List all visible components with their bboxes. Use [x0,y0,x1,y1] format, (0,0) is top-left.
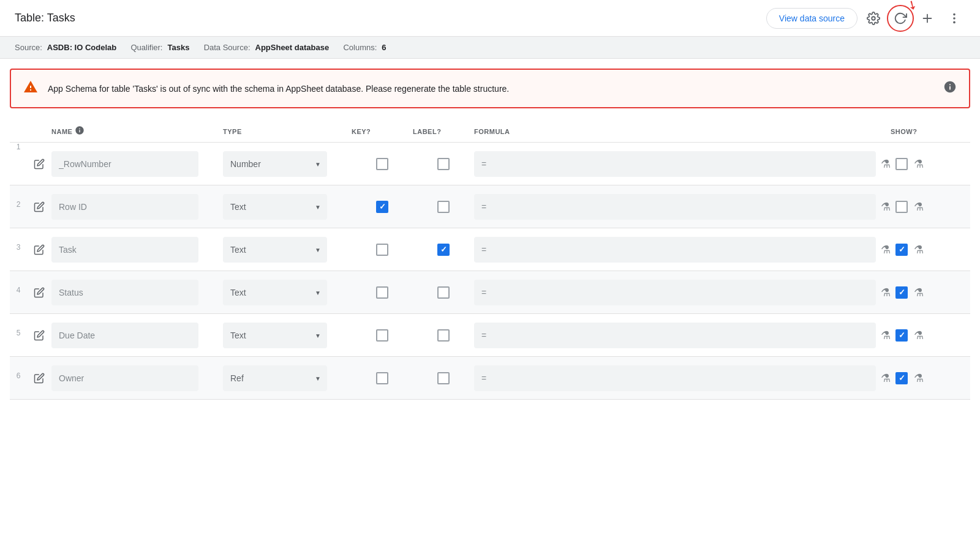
key-cb-3[interactable] [376,244,388,256]
show-cb-3[interactable] [895,244,908,256]
show-cb-4[interactable] [895,286,908,299]
key-checkbox-2[interactable] [352,201,413,213]
type-select-wrapper-2: Number Text Ref [223,194,327,220]
field-name-input-1[interactable] [51,151,198,177]
settings-icon-button[interactable] [862,7,884,29]
type-select-4[interactable]: Number Text Ref [223,280,327,305]
flask-icon-5[interactable]: ⚗ [881,329,891,342]
show-flask-icon-3[interactable]: ⚗ [914,243,924,256]
type-select-wrapper-6: Number Text Ref [223,365,327,391]
field-name-input-6[interactable] [51,365,198,391]
formula-input-2[interactable] [474,194,876,220]
type-select-5[interactable]: Number Text Ref [223,323,327,348]
show-cb-6[interactable] [895,372,908,384]
show-cb-1[interactable] [895,158,908,170]
edit-icon-1[interactable] [27,159,51,170]
type-select-2[interactable]: Number Text Ref [223,194,327,220]
label-checkbox-2[interactable] [413,201,474,213]
add-button[interactable] [916,7,938,29]
type-select-3[interactable]: Number Text Ref [223,237,327,263]
table-row: 5 Number Text Ref ⚗ ⚗ [10,314,970,357]
table-row: 6 Number Text Ref ⚗ ⚗ [10,357,970,400]
key-checkbox-6[interactable] [352,372,413,384]
key-checkbox-3[interactable] [352,244,413,256]
key-cb-1[interactable] [376,158,388,170]
data-source-label: Data Source: [204,43,251,52]
key-checkbox-1[interactable] [352,158,413,170]
row-number-1: 1 [10,143,27,151]
show-flask-icon-4[interactable]: ⚗ [914,286,924,299]
key-cb-4[interactable] [376,286,388,299]
formula-input-6[interactable] [474,365,876,391]
label-cb-2[interactable] [437,201,450,213]
label-checkbox-6[interactable] [413,372,474,384]
alert-banner: App Schema for table 'Tasks' is out of s… [10,69,970,108]
type-select-wrapper-5: Number Text Ref [223,323,327,348]
type-select-1[interactable]: Number Text Ref [223,151,327,177]
row-number-5: 5 [10,314,27,337]
col-header-name: NAME [51,125,223,137]
label-cb-5[interactable] [437,329,450,342]
label-cb-6[interactable] [437,372,450,384]
label-checkbox-3[interactable] [413,244,474,256]
field-name-input-2[interactable] [51,194,198,220]
label-checkbox-5[interactable] [413,329,474,342]
flask-icon-1[interactable]: ⚗ [881,157,891,171]
qualifier-label: Qualifier: [130,43,162,52]
source-label: Source: [15,43,42,52]
formula-cell-2: ⚗ [474,194,891,220]
name-col-info-icon[interactable] [75,125,85,137]
flask-icon-6[interactable]: ⚗ [881,372,891,385]
key-cb-2[interactable] [376,201,388,213]
row-number-3: 3 [10,228,27,252]
edit-icon-5[interactable] [27,330,51,341]
show-cb-5[interactable] [895,329,908,342]
field-name-input-4[interactable] [51,280,198,305]
edit-icon-3[interactable] [27,244,51,255]
label-checkbox-1[interactable] [413,158,474,170]
formula-input-1[interactable] [474,151,876,177]
label-cb-1[interactable] [437,158,450,170]
key-checkbox-5[interactable] [352,329,413,342]
flask-icon-2[interactable]: ⚗ [881,200,891,214]
refresh-icon [894,12,907,25]
source-value: ASDB: IO Codelab [47,43,116,52]
show-flask-icon-6[interactable]: ⚗ [914,372,924,385]
show-flask-icon-1[interactable]: ⚗ [914,157,924,171]
key-cb-6[interactable] [376,372,388,384]
flask-icon-3[interactable]: ⚗ [881,243,891,256]
add-icon [921,12,934,25]
col-header-formula: FORMULA [474,125,891,137]
table-row: 1 Number Text Ref ⚗ ⚗ [10,143,970,185]
info-icon[interactable] [943,80,957,97]
metadata-bar: Source: ASDB: IO Codelab Qualifier: Task… [0,37,980,59]
field-name-input-5[interactable] [51,323,198,348]
label-checkbox-4[interactable] [413,286,474,299]
label-cb-4[interactable] [437,286,450,299]
row-number-4: 4 [10,271,27,294]
row-number-6: 6 [10,357,27,380]
show-cell-1: ⚗ [891,157,970,171]
key-checkbox-4[interactable] [352,286,413,299]
formula-input-5[interactable] [474,323,876,348]
columns-label: Columns: [343,43,377,52]
edit-icon-4[interactable] [27,287,51,298]
settings-icon [867,12,880,25]
formula-input-4[interactable] [474,280,876,305]
field-name-input-3[interactable] [51,237,198,263]
edit-icon-2[interactable] [27,201,51,212]
view-data-source-button[interactable]: View data source [766,8,858,29]
type-select-6[interactable]: Number Text Ref [223,365,327,391]
edit-icon-6[interactable] [27,373,51,384]
show-flask-icon-5[interactable]: ⚗ [914,329,924,342]
formula-input-3[interactable] [474,237,876,263]
show-flask-icon-2[interactable]: ⚗ [914,200,924,214]
columns-value: 6 [382,43,386,52]
flask-icon-4[interactable]: ⚗ [881,286,891,299]
formula-cell-6: ⚗ [474,365,891,391]
page-title: Table: Tasks [15,12,75,24]
label-cb-3[interactable] [437,244,450,256]
more-options-button[interactable] [943,7,965,29]
key-cb-5[interactable] [376,329,388,342]
show-cb-2[interactable] [895,201,908,213]
